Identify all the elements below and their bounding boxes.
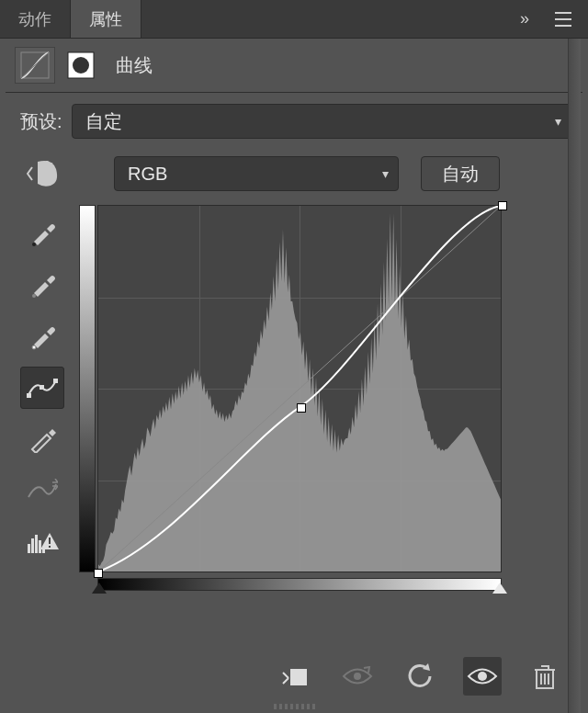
- panel-resize-grip[interactable]: [262, 704, 326, 711]
- output-gradient: [79, 205, 96, 572]
- svg-point-3: [32, 243, 36, 246]
- svg-rect-10: [31, 538, 34, 553]
- spacer: [141, 0, 507, 38]
- layer-mask-icon[interactable]: [62, 47, 99, 84]
- svg-rect-8: [53, 379, 58, 383]
- delete-icon[interactable]: [526, 657, 564, 696]
- pencil-curve-tool-icon[interactable]: [20, 418, 64, 460]
- svg-point-18: [354, 673, 361, 680]
- chevron-down-icon: ▾: [555, 114, 561, 129]
- svg-point-2: [73, 57, 89, 74]
- svg-point-19: [478, 672, 487, 681]
- chevron-down-icon: ▾: [382, 166, 389, 181]
- curve-point[interactable]: [297, 403, 306, 413]
- preset-dropdown[interactable]: 自定 ▾: [72, 104, 571, 139]
- panel-menu-icon[interactable]: [542, 0, 588, 38]
- svg-rect-12: [39, 540, 41, 553]
- channel-dropdown[interactable]: RGB ▾: [114, 156, 399, 191]
- svg-point-4: [32, 294, 36, 298]
- white-point-slider[interactable]: [492, 583, 507, 594]
- curves-adjustment-icon[interactable]: [15, 47, 55, 84]
- svg-rect-14: [49, 538, 51, 544]
- channel-value: RGB: [128, 164, 167, 185]
- svg-point-5: [32, 345, 36, 349]
- curve-point-tool-icon[interactable]: [20, 367, 64, 409]
- curve-line[interactable]: [98, 206, 501, 572]
- tab-properties[interactable]: 属性: [71, 0, 141, 38]
- svg-rect-15: [49, 546, 51, 548]
- tab-actions[interactable]: 动作: [0, 0, 71, 38]
- preset-label: 预设:: [20, 109, 62, 134]
- clip-to-layer-icon[interactable]: [276, 657, 314, 696]
- histogram-clip-warning-icon[interactable]: [20, 521, 64, 563]
- panel-scrollbar[interactable]: [568, 39, 581, 713]
- eyedropper-black-icon[interactable]: [20, 212, 64, 255]
- preset-value: 自定: [85, 109, 122, 134]
- svg-rect-7: [40, 385, 44, 390]
- toggle-visibility-icon[interactable]: [463, 657, 502, 696]
- smooth-curve-icon[interactable]: [20, 470, 64, 512]
- view-previous-state-icon[interactable]: [338, 657, 377, 696]
- targeted-adjustment-icon[interactable]: [20, 155, 70, 192]
- curves-graph[interactable]: [97, 205, 502, 572]
- svg-rect-6: [27, 393, 31, 398]
- curve-point[interactable]: [94, 569, 103, 578]
- input-gradient: [97, 578, 502, 591]
- adjustment-title: 曲线: [116, 53, 153, 78]
- auto-button[interactable]: 自动: [421, 156, 500, 191]
- collapse-chevrons-icon[interactable]: »: [507, 0, 542, 38]
- curve-point[interactable]: [498, 201, 507, 210]
- svg-rect-9: [28, 544, 30, 553]
- svg-rect-11: [35, 535, 38, 553]
- black-point-slider[interactable]: [92, 583, 107, 594]
- eyedropper-white-icon[interactable]: [20, 315, 64, 357]
- reset-icon[interactable]: [401, 657, 439, 696]
- eyedropper-gray-icon[interactable]: [20, 264, 64, 306]
- svg-rect-17: [290, 669, 307, 685]
